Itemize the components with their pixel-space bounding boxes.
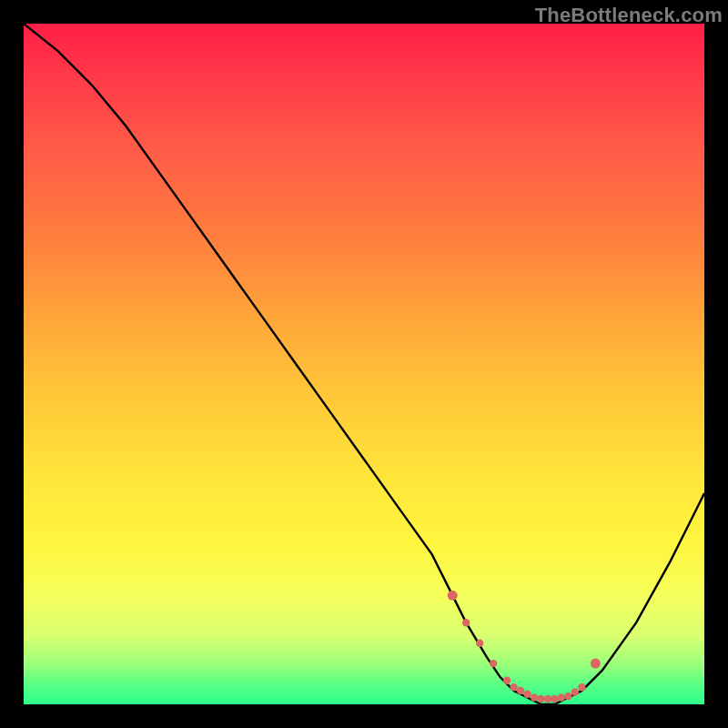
optimal-point xyxy=(531,693,538,701)
optimal-point xyxy=(462,619,470,626)
optimal-point xyxy=(523,691,531,698)
optimal-point xyxy=(517,687,524,694)
optimal-point xyxy=(578,683,585,691)
optimal-point xyxy=(564,693,571,700)
optimal-point xyxy=(490,660,497,667)
optimal-point xyxy=(591,659,601,669)
optimal-point xyxy=(510,683,517,691)
watermark-text: TheBottleneck.com xyxy=(535,4,723,27)
chart-svg xyxy=(24,24,704,704)
chart-frame xyxy=(24,24,704,704)
optimal-point xyxy=(551,695,558,703)
optimal-point xyxy=(448,591,458,601)
bottleneck-curve xyxy=(24,24,704,704)
optimal-point xyxy=(476,640,483,647)
optimal-zone-dots xyxy=(448,591,601,703)
optimal-point xyxy=(544,695,551,703)
optimal-point xyxy=(571,688,579,695)
optimal-point xyxy=(537,695,544,703)
optimal-point xyxy=(558,693,565,701)
optimal-point xyxy=(503,677,511,684)
